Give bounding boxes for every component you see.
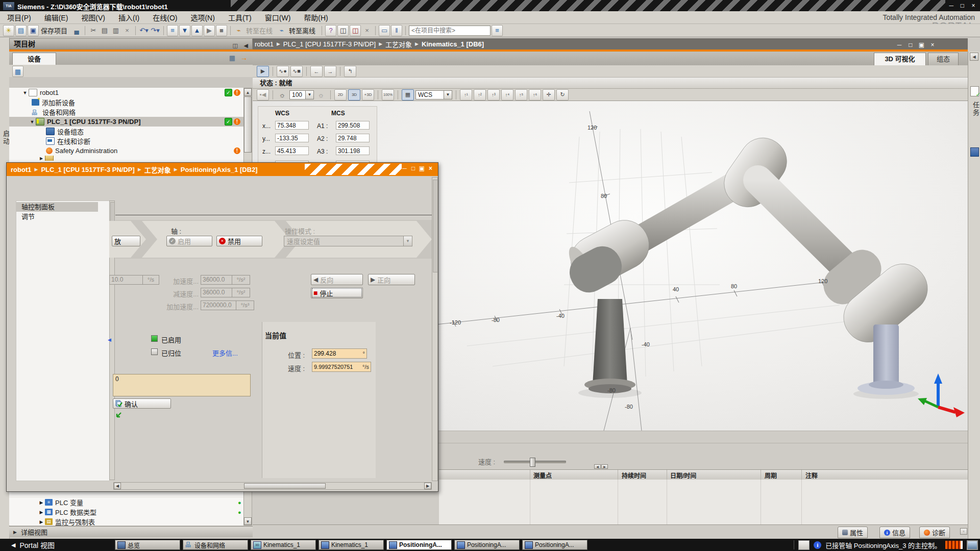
tree-row-plc-tags[interactable]: ▶ ≡ PLC 变量 ● bbox=[9, 497, 243, 507]
collapse-icon[interactable]: ▶ bbox=[39, 519, 44, 524]
undo-icon[interactable]: ↶▾ bbox=[139, 26, 149, 36]
editor-restore-icon[interactable]: □ bbox=[906, 40, 915, 50]
accel-field[interactable]: 36000.0 bbox=[201, 275, 232, 285]
reset-view-icon[interactable]: ↰ bbox=[344, 66, 356, 77]
col-header[interactable]: 注释 bbox=[805, 471, 818, 480]
zoom-100-icon[interactable]: 100% bbox=[382, 89, 394, 101]
compile-icon[interactable]: ≡ bbox=[167, 25, 178, 36]
float-vscrollbar[interactable] bbox=[432, 177, 438, 481]
mode-select[interactable]: 速度设定值 ▼ bbox=[284, 236, 412, 246]
view-3d-icon[interactable]: 3D bbox=[348, 89, 360, 101]
camera-icon[interactable]: ▪◀ bbox=[257, 89, 269, 101]
new-project-icon[interactable]: ✳ bbox=[3, 25, 14, 36]
col-header[interactable]: 日期/时间 bbox=[670, 471, 696, 480]
diagnostics-tab[interactable]: 诊断 bbox=[919, 527, 950, 538]
trace-stop-icon[interactable]: ∿■ bbox=[290, 66, 303, 77]
float-crumb[interactable]: 工艺对象 bbox=[144, 165, 171, 174]
jog-axis-3-icon[interactable]: ↑³ bbox=[487, 89, 500, 101]
download-icon[interactable]: ▼ bbox=[179, 25, 190, 36]
tab-devices[interactable]: 设备 bbox=[12, 53, 56, 65]
breadcrumb-item-current[interactable]: Kinematics_1 [DB6] bbox=[422, 40, 484, 48]
col-scroll-left-icon[interactable]: ◀ bbox=[594, 464, 601, 469]
speed-slider-thumb[interactable] bbox=[530, 458, 535, 467]
menu-edit[interactable]: 编辑(E) bbox=[44, 12, 68, 22]
redo-icon[interactable]: ↷▾ bbox=[150, 26, 160, 36]
scroll-thumb[interactable] bbox=[244, 96, 252, 153]
col-scroll-right-icon[interactable]: ▶ bbox=[601, 464, 608, 469]
acknowledge-button[interactable]: 确认 bbox=[113, 398, 171, 409]
float-crumb-current[interactable]: PositioningAxis_1 [DB2] bbox=[181, 166, 258, 173]
upload-icon[interactable]: ▲ bbox=[191, 25, 203, 36]
go-offline-label[interactable]: 转至离线 bbox=[289, 26, 315, 35]
trace-point-icon[interactable]: ∿● bbox=[277, 66, 289, 77]
portal-view-button[interactable]: Portal 视图 bbox=[19, 540, 54, 550]
nav-axis-control-panel[interactable]: 轴控制面板 bbox=[16, 202, 98, 212]
float-crumb[interactable]: PLC_1 [CPU 1517TF-3 PN/DP] bbox=[41, 166, 135, 173]
tree-row-plc-datatypes[interactable]: ▶ ▦ PLC 数据类型 ● bbox=[9, 507, 243, 517]
properties-tab[interactable]: 属性 bbox=[838, 527, 868, 538]
menu-view[interactable]: 视图(V) bbox=[81, 12, 105, 22]
collapse-icon[interactable]: ▶ bbox=[39, 510, 44, 515]
collapse-icon[interactable]: ▶ bbox=[39, 500, 44, 505]
stop-button[interactable]: ■ 停止 bbox=[311, 287, 363, 298]
section-collapse-icon[interactable]: ◀ bbox=[108, 337, 111, 342]
col-header[interactable]: 测量点 bbox=[533, 471, 552, 480]
scroll-right-icon[interactable]: ▶ bbox=[424, 483, 431, 489]
print-icon[interactable]: ▄ bbox=[71, 26, 82, 36]
detail-view-bar[interactable]: ▶ 详细视图 bbox=[9, 526, 253, 537]
copy-icon[interactable]: ▤ bbox=[100, 26, 110, 36]
network-overview-icon[interactable]: ▦ bbox=[12, 66, 23, 77]
velocity-field[interactable]: 10.0 bbox=[109, 275, 143, 285]
scroll-up-icon[interactable]: ▲ bbox=[244, 88, 252, 96]
tree-row-safety-admin[interactable]: Safety Administration ! bbox=[9, 146, 243, 156]
jog-axis-4-icon[interactable]: ↑⁴ bbox=[501, 89, 513, 101]
tree-row-watch-tables[interactable]: ▶ ▤ 监控与强制表 bbox=[9, 517, 243, 527]
menu-tools[interactable]: 工具(T) bbox=[228, 12, 252, 22]
start-cpu-icon[interactable]: ▶ bbox=[204, 25, 215, 36]
portal-back-icon[interactable]: ◀ bbox=[11, 542, 15, 548]
float-header[interactable]: robot1 ▶ PLC_1 [CPU 1517TF-3 PN/DP] ▶ 工艺… bbox=[7, 163, 438, 176]
tree-row-plc1[interactable]: ▼ PLC_1 [CPU 1517TF-3 PN/DP] ✓ ! bbox=[9, 117, 243, 127]
jog-axis-5-icon[interactable]: ↑⁵ bbox=[515, 89, 527, 101]
jog-axis-6-icon[interactable]: ↑⁶ bbox=[529, 89, 541, 101]
scroll-left-icon[interactable]: ◀ bbox=[114, 483, 121, 489]
libraries-icon[interactable] bbox=[970, 147, 979, 157]
float-crumb[interactable]: robot1 bbox=[11, 166, 31, 173]
breadcrumb-item[interactable]: 工艺对象 bbox=[385, 39, 412, 49]
brightness-icon[interactable]: ☼ bbox=[277, 90, 288, 100]
zoom-combobox[interactable]: 100▼ bbox=[289, 90, 314, 99]
memory-card-icon[interactable] bbox=[798, 540, 810, 550]
window-minimize-icon[interactable]: ─ bbox=[947, 1, 956, 11]
paste-icon[interactable]: ▥ bbox=[111, 26, 121, 36]
menu-help[interactable]: 帮助(H) bbox=[304, 12, 328, 22]
close-window-icon[interactable]: × bbox=[362, 26, 372, 36]
tree-row-devices-networks[interactable]: 品 设备和网络 bbox=[9, 107, 243, 117]
menu-window[interactable]: 窗口(W) bbox=[265, 12, 291, 22]
axis-enable-button[interactable]: ✓ 启用 bbox=[166, 236, 212, 246]
dropdown-icon[interactable]: ▼ bbox=[403, 236, 412, 246]
light-icon[interactable]: ☼ bbox=[315, 90, 327, 100]
col-header[interactable]: 持续时间 bbox=[622, 471, 646, 480]
info-tab[interactable]: i 信息 bbox=[879, 527, 910, 538]
tool-icon[interactable]: ✛ bbox=[543, 89, 555, 101]
tab-configuration[interactable]: 组态 bbox=[928, 53, 959, 66]
taskbar-positioning-axis-2[interactable]: PositioningA... bbox=[454, 540, 520, 550]
window-close-icon[interactable]: × bbox=[969, 1, 978, 11]
decel-field[interactable]: 36000.0 bbox=[201, 288, 232, 297]
diagnostics-icon[interactable]: ? bbox=[325, 25, 336, 36]
jog-axis-1-icon[interactable]: ↑¹ bbox=[460, 89, 472, 101]
master-control-release-button[interactable]: 放 bbox=[112, 236, 140, 246]
vertical-split-icon[interactable]: ‖ bbox=[391, 25, 402, 36]
stop-cpu-icon[interactable]: ■ bbox=[216, 25, 227, 36]
menu-project[interactable]: 项目(P) bbox=[7, 12, 31, 22]
tasks-vertical-tab[interactable]: 任务 bbox=[971, 102, 980, 117]
tab-3d-visualization[interactable]: 3D 可视化 bbox=[874, 53, 926, 66]
editor-maximize-icon[interactable]: ▣ bbox=[917, 40, 926, 50]
taskbar-devices-networks[interactable]: 品 设备和网络 bbox=[183, 540, 248, 550]
nav-tuning[interactable]: 调节 bbox=[16, 212, 109, 221]
monitor-on-icon[interactable]: ▶ bbox=[257, 66, 269, 77]
detail-arrow-icon[interactable]: ▶ bbox=[13, 530, 17, 535]
float-hscrollbar[interactable]: ◀ ▶ bbox=[113, 482, 432, 490]
jog-axis-2-icon[interactable]: ↑² bbox=[474, 89, 486, 101]
float-close-icon[interactable]: × bbox=[426, 165, 435, 172]
